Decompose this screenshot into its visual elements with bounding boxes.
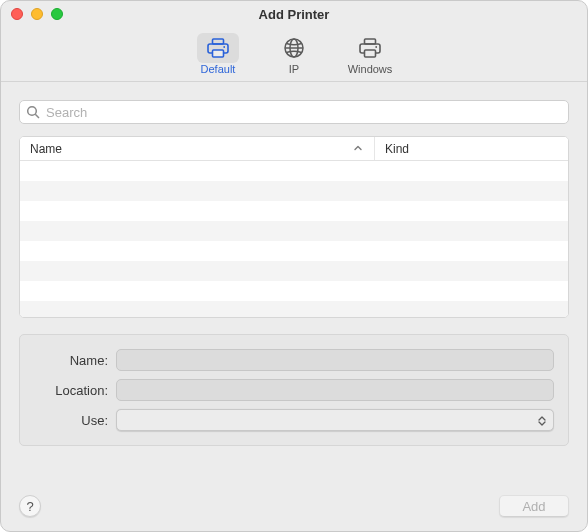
tab-ip-label: IP [289, 63, 299, 75]
search-icon [26, 105, 40, 122]
tab-default[interactable]: Default [189, 31, 247, 75]
tab-windows[interactable]: Windows [341, 31, 399, 75]
tab-ip[interactable]: IP [265, 31, 323, 75]
add-printer-window: Add Printer Default [0, 0, 588, 532]
titlebar: Add Printer [1, 1, 587, 27]
column-name-label: Name [30, 142, 62, 156]
tab-default-label: Default [201, 63, 236, 75]
stepper-icon [535, 413, 549, 429]
footer: ? Add [1, 485, 587, 531]
svg-point-3 [223, 46, 225, 48]
sort-ascending-icon [354, 143, 362, 154]
content-area: Name Kind [1, 82, 587, 485]
table-body[interactable] [20, 161, 568, 317]
column-header-name[interactable]: Name [20, 137, 375, 160]
name-field[interactable] [116, 349, 554, 371]
svg-rect-8 [365, 39, 376, 44]
column-kind-label: Kind [385, 142, 409, 156]
toolbar: Default IP [1, 27, 587, 82]
help-icon: ? [26, 499, 33, 514]
window-controls [11, 8, 63, 20]
location-label: Location: [34, 383, 108, 398]
svg-rect-9 [365, 50, 376, 57]
svg-rect-1 [213, 39, 224, 44]
column-header-kind[interactable]: Kind [375, 137, 568, 160]
svg-rect-2 [213, 50, 224, 57]
location-field[interactable] [116, 379, 554, 401]
svg-point-11 [28, 107, 37, 116]
minimize-window-button[interactable] [31, 8, 43, 20]
use-select[interactable] [116, 409, 554, 431]
use-label: Use: [34, 413, 108, 428]
printer-detail-form: Name: Location: Use: [19, 334, 569, 446]
close-window-button[interactable] [11, 8, 23, 20]
add-button[interactable]: Add [499, 495, 569, 517]
table-header: Name Kind [20, 137, 568, 161]
add-button-label: Add [522, 499, 545, 514]
svg-point-10 [375, 46, 377, 48]
search-input[interactable] [19, 100, 569, 124]
printer-icon [206, 37, 230, 59]
help-button[interactable]: ? [19, 495, 41, 517]
tab-windows-label: Windows [348, 63, 393, 75]
window-title: Add Printer [1, 7, 587, 22]
name-label: Name: [34, 353, 108, 368]
globe-icon [283, 37, 305, 59]
printer-windows-icon [358, 37, 382, 59]
zoom-window-button[interactable] [51, 8, 63, 20]
svg-line-12 [35, 114, 39, 118]
printer-table: Name Kind [19, 136, 569, 318]
search-field-wrap [19, 100, 569, 124]
